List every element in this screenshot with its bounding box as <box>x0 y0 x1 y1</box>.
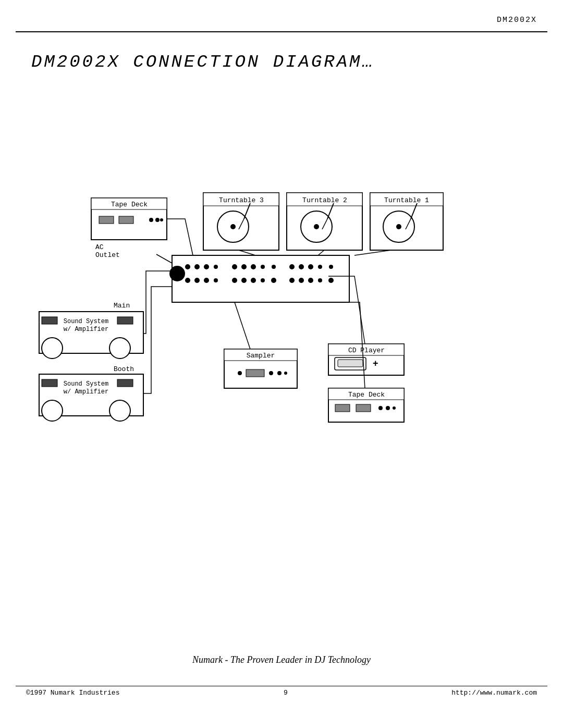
svg-line-90 <box>156 254 172 263</box>
turntable2-label: Turntable 2 <box>302 196 347 204</box>
header-model: DM2002X <box>497 16 537 24</box>
svg-text:w/ Amplifier: w/ Amplifier <box>64 388 108 396</box>
svg-point-10 <box>289 264 295 269</box>
svg-point-5 <box>232 264 237 269</box>
footer-tagline: Numark - The Proven Leader in DJ Technol… <box>0 655 563 665</box>
svg-rect-71 <box>246 369 264 377</box>
svg-point-61 <box>109 338 130 359</box>
svg-rect-63 <box>42 379 57 387</box>
svg-point-18 <box>214 278 218 282</box>
svg-rect-82 <box>335 404 350 412</box>
svg-line-87 <box>354 250 391 255</box>
diagram-svg: Turntable 1 Turntable 2 Turntable 3 <box>0 115 563 469</box>
svg-point-70 <box>238 371 242 375</box>
svg-point-86 <box>393 406 396 410</box>
svg-point-84 <box>378 406 383 410</box>
svg-point-74 <box>284 372 287 375</box>
turntable3-label: Turntable 3 <box>219 196 264 204</box>
svg-point-16 <box>194 278 200 283</box>
svg-point-29 <box>169 266 185 281</box>
svg-point-27 <box>318 278 322 282</box>
svg-point-25 <box>299 278 304 283</box>
ac-outlet-label: AC <box>95 243 104 251</box>
svg-point-4 <box>214 265 218 269</box>
top-rule <box>16 31 547 32</box>
svg-point-15 <box>185 278 190 283</box>
svg-point-11 <box>299 264 304 269</box>
svg-point-13 <box>318 265 322 269</box>
svg-rect-50 <box>99 216 114 224</box>
website: http://www.numark.com <box>451 689 537 697</box>
svg-point-12 <box>308 264 313 269</box>
svg-point-23 <box>271 278 276 283</box>
svg-point-19 <box>232 278 237 283</box>
sound-system-booth-label: Sound System <box>64 380 108 388</box>
sound-system-main-label: Sound System <box>64 318 108 325</box>
main-label: Main <box>114 302 130 310</box>
svg-rect-64 <box>117 379 133 387</box>
svg-point-52 <box>149 218 153 222</box>
svg-point-14 <box>329 265 333 269</box>
svg-rect-83 <box>356 404 371 412</box>
svg-text:+: + <box>373 358 378 368</box>
svg-point-54 <box>160 218 163 221</box>
svg-point-73 <box>277 371 282 375</box>
svg-point-72 <box>269 371 273 375</box>
cd-player-label: CD Player <box>348 347 385 354</box>
svg-point-45 <box>230 224 236 229</box>
svg-point-2 <box>194 264 200 269</box>
svg-point-17 <box>204 278 209 283</box>
svg-point-8 <box>261 265 265 269</box>
svg-text:w/ Amplifier: w/ Amplifier <box>64 326 108 333</box>
svg-point-6 <box>241 264 247 269</box>
copyright: ©1997 Numark Industries <box>26 689 119 697</box>
svg-text:Outlet: Outlet <box>95 251 120 259</box>
turntable1-label: Turntable 1 <box>384 196 429 204</box>
svg-point-20 <box>241 278 247 283</box>
svg-rect-57 <box>42 317 57 324</box>
svg-point-85 <box>386 406 390 410</box>
booth-label: Booth <box>114 365 134 373</box>
svg-point-7 <box>251 264 256 269</box>
svg-point-22 <box>261 278 265 282</box>
svg-point-53 <box>155 218 160 222</box>
tapedeck-bottom-label: Tape Deck <box>348 391 385 399</box>
svg-rect-58 <box>117 317 133 324</box>
bottom-rule <box>16 686 547 686</box>
svg-line-88 <box>318 250 324 255</box>
svg-point-24 <box>289 278 295 283</box>
svg-line-89 <box>239 250 255 255</box>
page-number: 9 <box>284 689 288 697</box>
svg-point-33 <box>396 224 401 229</box>
svg-point-3 <box>204 264 209 269</box>
svg-point-28 <box>328 278 334 283</box>
svg-point-26 <box>308 278 313 283</box>
tapedeck-top-label: Tape Deck <box>111 201 148 208</box>
connection-diagram: Turntable 1 Turntable 2 Turntable 3 <box>0 115 563 469</box>
svg-point-66 <box>42 400 63 421</box>
svg-point-21 <box>251 278 256 283</box>
page: DM2002X DM2002X CONNECTION DIAGRAM… <box>0 0 563 728</box>
svg-point-9 <box>272 265 276 269</box>
svg-point-60 <box>42 338 63 359</box>
svg-rect-51 <box>119 216 133 224</box>
svg-point-67 <box>109 400 130 421</box>
svg-rect-78 <box>338 360 363 367</box>
svg-point-39 <box>314 224 319 229</box>
sampler-label: Sampler <box>247 352 275 360</box>
svg-point-1 <box>185 264 190 269</box>
svg-line-91 <box>235 302 250 349</box>
page-title: DM2002X CONNECTION DIAGRAM… <box>31 52 375 72</box>
footer-bottom: ©1997 Numark Industries 9 http://www.num… <box>0 689 563 697</box>
